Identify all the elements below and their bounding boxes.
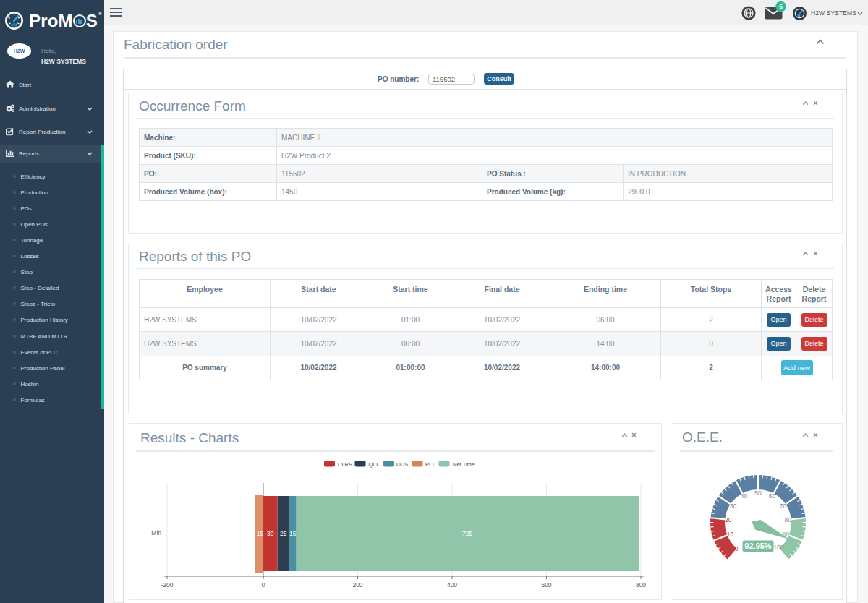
svg-text:10: 10 xyxy=(727,531,734,538)
svg-text:QLT: QLT xyxy=(369,461,379,468)
svg-text:60: 60 xyxy=(769,492,776,500)
svg-text:30: 30 xyxy=(730,502,737,510)
svg-text:5: 5 xyxy=(779,3,783,10)
svg-text:400: 400 xyxy=(447,581,457,589)
svg-text:40: 40 xyxy=(741,492,748,500)
svg-text:25: 25 xyxy=(280,530,287,537)
svg-text:100: 100 xyxy=(773,544,783,551)
svg-text:PLT: PLT xyxy=(425,461,435,468)
svg-text:CLRS: CLRS xyxy=(338,461,352,468)
svg-text:Min: Min xyxy=(151,529,161,536)
svg-text:50: 50 xyxy=(754,489,762,497)
svg-text:725: 725 xyxy=(462,530,472,537)
svg-text:-200: -200 xyxy=(161,581,173,589)
svg-text:200: 200 xyxy=(352,581,362,589)
svg-text:70: 70 xyxy=(780,502,787,510)
svg-text:600: 600 xyxy=(541,581,551,589)
svg-text:-15: -15 xyxy=(255,530,264,537)
svg-text:20: 20 xyxy=(725,516,732,523)
svg-text:0: 0 xyxy=(262,581,265,589)
svg-text:OUS: OUS xyxy=(396,461,408,468)
svg-text:80: 80 xyxy=(785,516,792,523)
svg-text:0: 0 xyxy=(735,545,739,552)
svg-text:Net Time: Net Time xyxy=(453,461,475,468)
svg-text:30: 30 xyxy=(267,530,274,537)
svg-text:15: 15 xyxy=(289,530,297,537)
svg-text:800: 800 xyxy=(636,581,646,589)
svg-text:92.95%: 92.95% xyxy=(744,542,772,550)
